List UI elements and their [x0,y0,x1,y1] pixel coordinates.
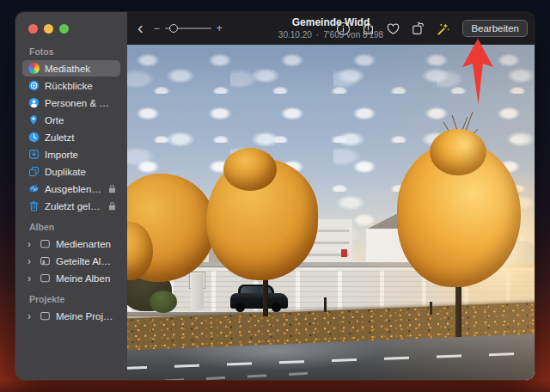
zoom-slider-track[interactable] [165,28,211,29]
sidebar-item-label: Mediathek [45,64,116,74]
title-block: Gemeinde Widd 30.10.20 · 7'609 von 8'198 [278,16,383,40]
sidebar-item-label: Geteilte Alben [56,256,116,266]
section-header-projekte: Projekte [29,294,127,305]
sidebar-item-label: Zuletzt gelöscht [45,201,103,211]
people-icon [28,97,40,109]
sidebar: Fotos Mediathek Rückblicke Personen & Ha… [15,12,127,380]
sidebar-item-label: Medienarten [56,239,116,249]
photo-autumn-tree-middle [223,148,277,191]
sidebar-item-medienarten[interactable]: › Medienarten [22,236,120,252]
photo-sign-post [191,273,204,309]
sidebar-item-label: Meine Alben [56,273,116,284]
sidebar-item-duplikate[interactable]: Duplikate [22,163,120,180]
photo-subtitle: 30.10.20 · 7'609 von 8'198 [278,30,383,40]
sidebar-item-label: Zuletzt [45,132,116,143]
zoom-out-icon[interactable]: − [154,22,160,34]
album-icon [39,273,51,285]
auto-enhance-wand-icon[interactable] [435,21,450,36]
sidebar-item-label: Meine Projekte [56,311,116,322]
sidebar-item-rueckblicke[interactable]: Rückblicke [22,77,120,94]
back-button[interactable]: ‹ [138,19,144,39]
places-pin-icon [28,114,40,126]
sidebar-item-ausgeblendet[interactable]: Ausgeblendet [22,181,120,197]
maximize-window-button[interactable] [59,24,69,34]
sidebar-item-zuletzt[interactable]: Zuletzt [22,129,120,145]
sidebar-item-label: Personen & Haustiere [45,98,116,108]
zoom-slider[interactable]: − + [154,22,223,34]
disclosure-chevron-icon[interactable]: › [28,256,34,266]
sidebar-item-orte[interactable]: Orte [22,112,120,128]
sidebar-item-label: Duplikate [45,167,116,177]
trash-icon [28,200,40,212]
sidebar-item-geteilte-alben[interactable]: › Geteilte Alben [22,253,120,269]
photo-count: 7'609 von 8'198 [323,30,383,40]
sidebar-item-importe[interactable]: Importe [22,146,120,162]
photo-red-awning [341,249,347,257]
sidebar-item-personen[interactable]: Personen & Haustiere [22,95,120,111]
sidebar-item-meine-alben[interactable]: › Meine Alben [22,270,120,286]
photo-date: 30.10.20 [278,30,312,40]
edit-button[interactable]: Bearbeiten [462,20,528,37]
photo-autumn-tree-right [430,129,486,175]
disclosure-chevron-icon[interactable]: › [28,273,34,284]
lock-icon [108,184,116,193]
window-controls [28,24,69,34]
close-window-button[interactable] [28,24,38,34]
lock-icon [108,201,116,211]
sidebar-item-label: Ausgeblendet [45,184,103,194]
favorite-heart-button[interactable] [385,21,400,36]
shared-album-icon [39,255,51,267]
photos-library-icon [28,63,40,75]
project-icon [39,310,51,322]
sidebar-item-zuletzt-geloescht[interactable]: Zuletzt gelöscht [22,198,120,214]
imports-icon [28,149,40,161]
subtitle-separator: · [316,30,319,40]
album-icon [39,238,51,250]
hidden-eye-icon [28,183,40,195]
photo-bush [150,291,177,313]
photo-car-wheel [272,303,281,312]
section-header-fotos: Fotos [29,46,127,58]
sidebar-item-meine-projekte[interactable]: › Meine Projekte [22,308,120,324]
photo-median-post [430,302,432,315]
zoom-slider-knob[interactable] [169,24,178,33]
sidebar-item-label: Orte [45,115,116,126]
memories-icon [28,80,40,92]
disclosure-chevron-icon[interactable]: › [28,311,34,322]
zoom-in-icon[interactable]: + [217,22,223,34]
disclosure-chevron-icon[interactable]: › [28,239,34,249]
minimize-window-button[interactable] [44,24,53,34]
sidebar-item-label: Importe [45,150,116,160]
annotation-arrow [461,39,494,106]
sidebar-item-label: Rückblicke [45,81,116,91]
photos-app-window: Fotos Mediathek Rückblicke Personen & Ha… [15,12,535,380]
duplicates-icon [28,166,40,178]
photo-car-wheel [235,303,245,312]
recents-clock-icon [28,132,40,144]
rotate-button[interactable] [410,21,425,36]
sidebar-item-mediathek[interactable]: Mediathek [22,60,120,77]
photo-title: Gemeinde Widd [278,16,383,28]
section-header-alben: Alben [29,222,127,233]
photo-median-post [324,297,327,312]
